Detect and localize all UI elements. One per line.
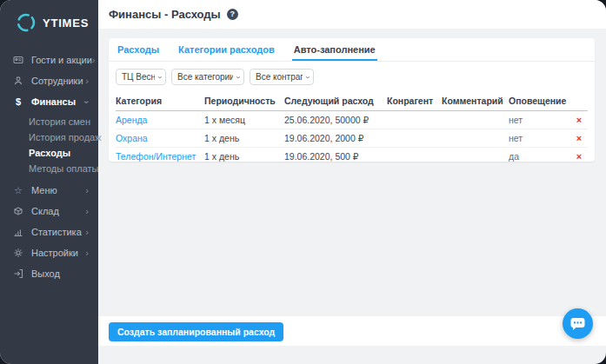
- sidebar-item-menu[interactable]: ☆ Меню ›: [0, 180, 98, 201]
- delete-icon[interactable]: ×: [570, 148, 588, 162]
- category-link[interactable]: Телефон/Интернет: [116, 148, 204, 162]
- sidebar-item-warehouse[interactable]: Склад ›: [0, 201, 98, 222]
- star-icon: ☆: [12, 186, 24, 195]
- contractor-cell: [387, 129, 442, 148]
- page-header: Финансы - Расходы ?: [98, 0, 606, 29]
- table-row: Телефон/Интернет 1 х день 19.06.2020, 50…: [116, 148, 588, 162]
- chevron-right-icon: ›: [85, 76, 89, 86]
- sidebar-item-label: Склад: [31, 206, 59, 216]
- column-header-period: Периодичность: [204, 92, 284, 111]
- sidebar-nav: Гости и акции › Сотрудники › $ Финансы ›…: [0, 50, 98, 284]
- sidebar-item-finance[interactable]: $ Финансы ›: [0, 91, 98, 112]
- column-header-next-expense: Следующий расход: [284, 92, 387, 111]
- category-select-value: Все категории: [177, 72, 233, 82]
- sidebar-subitem-sales-history[interactable]: История продаж: [0, 129, 98, 145]
- dollar-icon: $: [12, 96, 24, 107]
- comment-cell: [442, 111, 509, 129]
- sidebar-item-label: Сотрудники: [31, 76, 83, 86]
- expenses-card: Расходы Категории расходов Авто-заполнен…: [109, 38, 595, 162]
- id-card-icon: [12, 55, 24, 65]
- sidebar-subitem-expenses[interactable]: Расходы: [0, 145, 98, 161]
- planned-expenses-table: Категория Периодичность Следующий расход…: [116, 92, 588, 162]
- chevron-down-icon: ›: [303, 76, 312, 78]
- period-cell: 1 х день: [204, 148, 284, 162]
- period-cell: 1 х день: [204, 129, 284, 148]
- table-row: Охрана 1 х день 19.06.2020, 2000 ₽ нет ×: [116, 129, 588, 148]
- gear-icon: [12, 248, 24, 258]
- bar-chart-icon: [12, 227, 24, 237]
- sidebar-subitem-shift-history[interactable]: История смен: [0, 114, 98, 129]
- delete-icon[interactable]: ×: [570, 129, 588, 148]
- sidebar-item-logout[interactable]: Выход: [0, 263, 98, 284]
- contractor-cell: [387, 148, 442, 162]
- notification-cell: да: [509, 148, 570, 162]
- chat-bubble-icon: [570, 317, 585, 331]
- sidebar-item-label: Настройки: [31, 248, 78, 258]
- chevron-right-icon: ›: [85, 228, 89, 237]
- contractor-cell: [387, 111, 442, 129]
- finance-submenu: История смен История продаж Расходы Мето…: [0, 112, 98, 180]
- column-header-actions: [570, 92, 588, 111]
- period-cell: 1 х месяц: [204, 111, 284, 129]
- sidebar-item-statistics[interactable]: Статистика ›: [0, 222, 98, 242]
- footer-bar: Создать запланированный расход: [98, 316, 606, 346]
- location-select-value: ТЦ Весна: [122, 72, 155, 82]
- table-row: Аренда 1 х месяц 25.06.2020, 50000 ₽ нет…: [116, 111, 588, 129]
- chevron-right-icon: ›: [92, 56, 96, 65]
- logo-text: YTIMES: [43, 17, 89, 30]
- next-expense-cell: 19.06.2020, 500 ₽: [284, 148, 387, 162]
- person-icon: [12, 76, 24, 86]
- tab-expenses[interactable]: Расходы: [116, 44, 161, 61]
- page-title: Финансы - Расходы: [109, 8, 221, 21]
- chevron-right-icon: ›: [85, 186, 89, 195]
- category-link[interactable]: Аренда: [116, 111, 204, 129]
- sidebar-item-label: Статистика: [31, 227, 82, 237]
- sidebar-item-label: Меню: [31, 185, 57, 195]
- logout-icon: [12, 268, 24, 279]
- tab-bar: Расходы Категории расходов Авто-заполнен…: [109, 38, 595, 62]
- logo: YTIMES: [0, 0, 98, 43]
- tab-expense-categories[interactable]: Категории расходов: [176, 44, 276, 61]
- main-area: Финансы - Расходы ? Расходы Категории ра…: [98, 0, 606, 162]
- sidebar-item-label: Финансы: [31, 96, 76, 107]
- contractor-select-value: Все контрагенты: [256, 72, 303, 82]
- sidebar-item-label: Выход: [31, 268, 60, 279]
- sidebar-subitem-payment-methods[interactable]: Методы оплаты: [0, 161, 98, 176]
- delete-icon[interactable]: ×: [570, 111, 588, 129]
- sidebar-item-label: Гости и акции: [31, 55, 92, 65]
- notification-cell: нет: [509, 129, 570, 148]
- chat-button[interactable]: [563, 308, 593, 339]
- column-header-comment: Комментарий: [442, 92, 509, 111]
- table-header-row: Категория Периодичность Следующий расход…: [116, 92, 588, 111]
- comment-cell: [442, 148, 509, 162]
- chevron-down-icon: ›: [156, 76, 164, 78]
- sidebar-item-guests[interactable]: Гости и акции ›: [0, 50, 98, 70]
- chevron-down-icon: ›: [83, 100, 92, 103]
- comment-cell: [442, 129, 509, 148]
- next-expense-cell: 19.06.2020, 2000 ₽: [284, 129, 387, 148]
- column-header-category: Категория: [116, 92, 204, 111]
- notification-cell: нет: [509, 111, 570, 129]
- content: Расходы Категории расходов Авто-заполнен…: [98, 29, 606, 162]
- next-expense-cell: 25.06.2020, 50000 ₽: [284, 111, 387, 129]
- sidebar-item-settings[interactable]: Настройки ›: [0, 242, 98, 263]
- app-window: YTIMES Гости и акции ›: [0, 0, 606, 364]
- contractor-select[interactable]: Все контрагенты ›: [250, 69, 314, 85]
- help-icon[interactable]: ?: [227, 9, 238, 20]
- logo-icon: [15, 11, 37, 34]
- tab-auto-fill[interactable]: Авто-заполнение: [292, 44, 377, 61]
- create-planned-expense-button[interactable]: Создать запланированный расход: [109, 322, 283, 341]
- location-select[interactable]: ТЦ Весна ›: [116, 69, 166, 85]
- category-link[interactable]: Охрана: [116, 129, 204, 148]
- chevron-right-icon: ›: [85, 207, 89, 216]
- chevron-right-icon: ›: [85, 248, 89, 258]
- category-select[interactable]: Все категории ›: [171, 69, 244, 85]
- filter-bar: ТЦ Весна › Все категории › Все контраген…: [109, 62, 595, 85]
- sidebar: YTIMES Гости и акции ›: [0, 0, 98, 364]
- column-header-contractor: Конрагент: [387, 92, 442, 111]
- column-header-notification: Оповещение: [509, 92, 570, 111]
- sidebar-item-employees[interactable]: Сотрудники ›: [0, 70, 98, 91]
- chevron-down-icon: ›: [234, 76, 243, 78]
- box-icon: [12, 206, 24, 216]
